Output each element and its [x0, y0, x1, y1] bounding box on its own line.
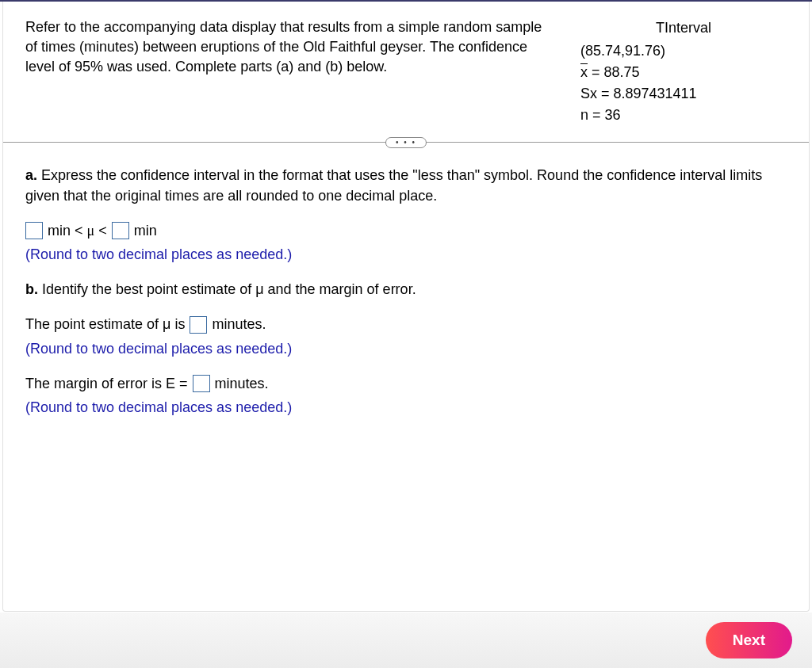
- part-a: a. Express the confidence interval in th…: [25, 165, 787, 265]
- data-interval: (85.74,91.76): [580, 40, 787, 62]
- part-a-answer-line: min < μ < min: [25, 220, 787, 241]
- part-b-label: b.: [25, 281, 38, 297]
- footer-bar: Next: [0, 613, 812, 668]
- upper-limit-input[interactable]: [112, 222, 129, 239]
- margin-error-line: The margin of error is E = minutes.: [25, 373, 787, 394]
- part-a-text: Express the confidence interval in the f…: [25, 167, 762, 204]
- margin-post: minutes.: [215, 373, 269, 394]
- unit-min-2: min: [134, 220, 157, 241]
- margin-error-input[interactable]: [193, 375, 210, 392]
- question-content: Refer to the accompanying data display t…: [2, 2, 810, 612]
- margin-pre: The margin of error is E =: [25, 373, 188, 394]
- point-estimate-pre: The point estimate of μ is: [25, 314, 185, 334]
- margin-error-hint: (Round to two decimal places as needed.): [25, 397, 787, 418]
- question-intro: Refer to the accompanying data display t…: [25, 17, 549, 126]
- data-n: n = 36: [580, 105, 787, 126]
- point-estimate-post: minutes.: [212, 314, 266, 334]
- lower-limit-input[interactable]: [25, 222, 43, 239]
- data-sx: Sx = 8.897431411: [580, 83, 787, 105]
- data-xbar: x = 88.75: [580, 62, 787, 83]
- data-title: TInterval: [580, 17, 787, 39]
- unit-min-1: min < μ <: [48, 220, 107, 241]
- next-button[interactable]: Next: [706, 622, 792, 658]
- data-display: TInterval (85.74,91.76) x = 88.75 Sx = 8…: [580, 17, 787, 126]
- point-estimate-input[interactable]: [190, 316, 207, 334]
- section-divider: • • •: [3, 142, 809, 143]
- point-estimate-line: The point estimate of μ is minutes.: [25, 314, 787, 334]
- part-b: b. Identify the best point estimate of μ…: [25, 279, 787, 417]
- part-b-text: Identify the best point estimate of μ an…: [38, 281, 416, 297]
- question-header: Refer to the accompanying data display t…: [25, 17, 787, 126]
- part-a-hint: (Round to two decimal places as needed.): [25, 244, 787, 265]
- expand-button[interactable]: • • •: [385, 137, 427, 148]
- point-estimate-hint: (Round to two decimal places as needed.): [25, 338, 787, 359]
- part-a-label: a.: [25, 167, 37, 183]
